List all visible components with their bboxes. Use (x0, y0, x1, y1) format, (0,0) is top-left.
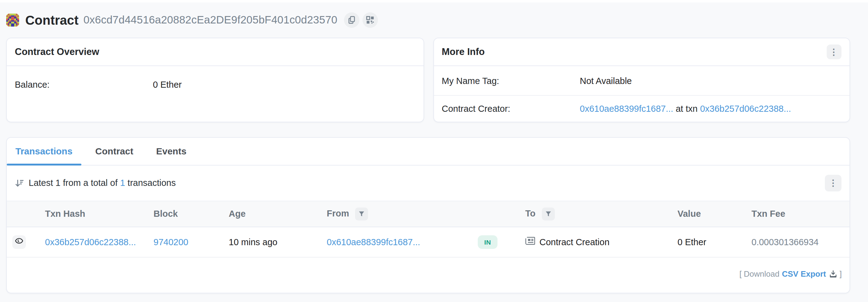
tab-events[interactable]: Events (147, 138, 195, 165)
contract-avatar (6, 13, 19, 27)
header-direction-column (475, 201, 512, 227)
name-tag-value: Not Available (580, 76, 632, 85)
filter-funnel-icon (545, 209, 551, 218)
creator-txn-link[interactable]: 0x36b257d06c22388... (700, 104, 791, 114)
page-title: Contract (25, 13, 79, 27)
header-to: To (512, 201, 671, 227)
copy-icon (348, 16, 356, 24)
total-transactions-link[interactable]: 1 (120, 178, 125, 188)
header-from: From (320, 201, 475, 227)
from-filter-button[interactable] (355, 207, 368, 220)
balance-label: Balance: (15, 80, 153, 89)
transactions-menu-button[interactable]: ⋮ (825, 174, 841, 191)
page: Contract 0x6cd7d44516a20882cEa2DE9f205bF… (0, 0, 868, 302)
overview-card-title: Contract Overview (15, 46, 99, 57)
balance-value: 0 Ether (153, 80, 182, 89)
contract-address: 0x6cd7d44516a20882cEa2DE9f205bF401c0d235… (84, 13, 338, 27)
filter-funnel-icon (359, 209, 365, 218)
transactions-summary: Latest 1 from a total of 1 transactions (29, 178, 176, 188)
name-tag-row: My Name Tag: Not Available (434, 66, 849, 95)
more-info-menu-button[interactable]: ⋮ (827, 45, 841, 59)
txn-value: 0 Ether (671, 227, 745, 257)
tab-transactions[interactable]: Transactions (7, 138, 81, 165)
preview-txn-button[interactable] (12, 235, 26, 249)
header-block: Block (147, 201, 222, 227)
tab-bar: Transactions Contract Events (7, 138, 849, 165)
txn-age: 10 mins ago (222, 227, 320, 257)
kebab-vertical-icon: ⋮ (830, 47, 838, 57)
header-eye-column (7, 201, 39, 227)
creator-address-link[interactable]: 0x610ae88399fc1687... (580, 104, 673, 114)
qrcode-button[interactable] (363, 12, 378, 28)
transactions-table: Txn Hash Block Age From (7, 200, 849, 257)
header-txn-hash: Txn Hash (39, 201, 147, 227)
creator-connector: at txn (676, 104, 698, 114)
page-header: Contract 0x6cd7d44516a20882cEa2DE9f205bF… (6, 2, 850, 38)
csv-export-link[interactable]: CSV Export (782, 269, 837, 279)
transactions-toolbar: Latest 1 from a total of 1 transactions … (7, 165, 849, 200)
eye-icon (15, 237, 24, 247)
to-cell: Contract Creation (525, 237, 671, 247)
qrcode-icon (367, 16, 374, 24)
from-address-link[interactable]: 0x610ae88399fc1687... (327, 237, 420, 247)
tab-contract[interactable]: Contract (87, 138, 142, 165)
to-label: Contract Creation (539, 237, 610, 247)
table-header-row: Txn Hash Block Age From (7, 201, 849, 227)
header-txn-fee-toggle[interactable]: Txn Fee (745, 201, 849, 227)
newspaper-icon (525, 237, 535, 247)
more-info-card-title: More Info (442, 46, 485, 57)
transaction-row: 0x36b257d06c22388... 9740200 10 mins ago… (7, 227, 849, 257)
txn-fee: 0.000301366934 (745, 227, 849, 257)
transactions-card: Transactions Contract Events Latest 1 fr… (6, 137, 850, 293)
download-icon (829, 269, 837, 279)
contract-overview-card: Contract Overview Balance: 0 Ether (6, 38, 424, 122)
copy-address-button[interactable] (344, 12, 360, 28)
header-age-toggle[interactable]: Age (222, 201, 320, 227)
csv-export-row: [ Download CSV Export ] (7, 257, 849, 293)
top-divider (0, 0, 868, 2)
contract-creator-row: Contract Creator: 0x610ae88399fc1687... … (434, 95, 849, 122)
to-filter-button[interactable] (541, 207, 555, 220)
block-link[interactable]: 9740200 (154, 237, 188, 247)
name-tag-label: My Name Tag: (442, 76, 580, 85)
txn-hash-link[interactable]: 0x36b257d06c22388... (45, 237, 136, 247)
more-info-card: More Info ⋮ My Name Tag: Not Available C… (433, 38, 850, 122)
contract-creator-value: 0x610ae88399fc1687... at txn 0x36b257d06… (580, 104, 791, 114)
direction-badge: IN (478, 235, 497, 249)
balance-row: Balance: 0 Ether (7, 71, 423, 99)
header-value: Value (671, 201, 745, 227)
sort-amount-down-icon (14, 178, 24, 187)
download-prefix: [ Download (740, 269, 779, 278)
contract-creator-label: Contract Creator: (442, 104, 580, 114)
kebab-vertical-icon: ⋮ (829, 178, 837, 188)
download-suffix: ] (840, 269, 842, 278)
